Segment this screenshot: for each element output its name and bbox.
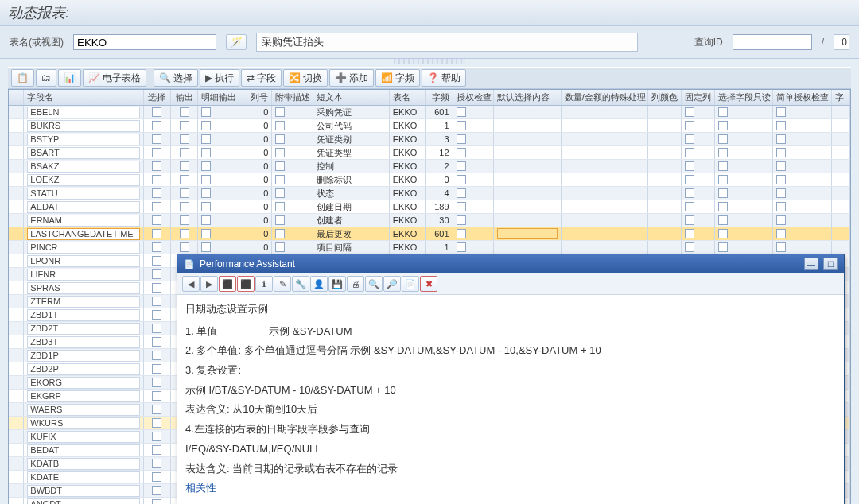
toolbar-选择[interactable]: 🔍选择 <box>154 69 198 87</box>
col-header[interactable]: 输出 <box>171 90 198 105</box>
select-checkbox[interactable] <box>152 269 161 279</box>
detail-checkbox[interactable] <box>201 188 211 198</box>
select-checkbox[interactable] <box>152 148 161 157</box>
output-checkbox[interactable] <box>180 148 189 157</box>
maximize-button[interactable]: ☐ <box>823 258 838 270</box>
detail-checkbox[interactable] <box>201 134 211 144</box>
simple-auth-checkbox[interactable] <box>776 134 786 144</box>
output-checkbox[interactable] <box>180 161 189 171</box>
output-checkbox[interactable] <box>180 107 189 117</box>
pa-titlebar[interactable]: 📄 Performance Assistant — ☐ <box>177 254 844 273</box>
simple-auth-checkbox[interactable] <box>776 121 786 130</box>
auth-checkbox[interactable] <box>457 242 466 252</box>
pa-save-button[interactable]: 💾 <box>328 276 346 292</box>
simple-auth-checkbox[interactable] <box>776 148 786 157</box>
auth-checkbox[interactable] <box>457 121 466 130</box>
toolbar-btn[interactable]: 📊 <box>58 69 81 87</box>
col-header[interactable]: 列号 <box>239 90 273 105</box>
pa-fwd-button[interactable]: ▶ <box>200 276 218 292</box>
field-name[interactable]: LOEKZ <box>27 174 140 186</box>
wand-button[interactable]: 🪄 <box>226 34 247 50</box>
attach-checkbox[interactable] <box>275 107 285 117</box>
fixed-checkbox[interactable] <box>685 229 694 238</box>
col-header[interactable]: 字 <box>832 90 850 105</box>
col-header[interactable]: 列颜色 <box>648 90 682 105</box>
field-name[interactable]: BWBDT <box>27 485 140 497</box>
select-checkbox[interactable] <box>152 432 161 441</box>
table-row[interactable]: ERNAM0创建者EKKO30 <box>9 214 850 227</box>
detail-checkbox[interactable] <box>201 107 211 117</box>
field-name[interactable]: WKURS <box>27 417 140 429</box>
auth-checkbox[interactable] <box>457 175 466 184</box>
select-checkbox[interactable] <box>152 459 161 468</box>
pa-i-button[interactable]: ℹ <box>255 276 273 292</box>
pa-obj2-button[interactable]: ⬛ <box>237 276 255 292</box>
simple-auth-checkbox[interactable] <box>776 242 786 252</box>
table-row[interactable]: PINCR0项目间隔EKKO1 <box>9 241 850 254</box>
minimize-button[interactable]: — <box>804 258 818 270</box>
pa-print-button[interactable]: 🖨 <box>347 276 364 292</box>
select-checkbox[interactable] <box>152 351 161 360</box>
select-checkbox[interactable] <box>152 324 161 333</box>
readonly-checkbox[interactable] <box>718 175 728 184</box>
detail-checkbox[interactable] <box>201 175 211 184</box>
table-row[interactable]: BSTYP0凭证类别EKKO3 <box>9 133 850 146</box>
select-checkbox[interactable] <box>152 445 161 455</box>
fixed-checkbox[interactable] <box>685 107 694 117</box>
col-header[interactable] <box>9 90 24 105</box>
readonly-checkbox[interactable] <box>718 215 728 225</box>
pa-next-button[interactable]: 🔎 <box>383 276 401 292</box>
readonly-checkbox[interactable] <box>718 229 728 238</box>
output-checkbox[interactable] <box>180 242 189 252</box>
detail-checkbox[interactable] <box>201 202 211 211</box>
readonly-checkbox[interactable] <box>718 121 728 130</box>
col-header[interactable]: 固定列 <box>682 90 715 105</box>
field-name[interactable]: KDATE <box>27 471 140 483</box>
readonly-checkbox[interactable] <box>718 148 728 157</box>
field-name[interactable]: SPRAS <box>27 282 140 294</box>
field-name[interactable]: BUKRS <box>27 120 140 132</box>
col-header[interactable]: 选择 <box>144 90 171 105</box>
field-name[interactable]: LASTCHANGEDATETIME <box>27 228 140 240</box>
select-checkbox[interactable] <box>152 486 161 495</box>
simple-auth-checkbox[interactable] <box>776 229 786 238</box>
output-checkbox[interactable] <box>180 175 189 184</box>
select-checkbox[interactable] <box>152 229 161 238</box>
toolbar-电子表格[interactable]: 📈电子表格 <box>83 69 146 87</box>
output-checkbox[interactable] <box>180 134 189 144</box>
field-name[interactable]: BSAKZ <box>27 161 140 173</box>
auth-checkbox[interactable] <box>457 148 466 157</box>
field-name[interactable]: ERNAM <box>27 215 140 227</box>
attach-checkbox[interactable] <box>275 161 285 171</box>
select-checkbox[interactable] <box>152 202 161 211</box>
field-name[interactable]: PINCR <box>27 242 140 254</box>
select-checkbox[interactable] <box>152 188 161 198</box>
table-row[interactable]: EBELN0采购凭证EKKO601 <box>9 106 850 119</box>
select-checkbox[interactable] <box>152 405 161 414</box>
auth-checkbox[interactable] <box>457 229 466 238</box>
col-header[interactable]: 明细输出 <box>198 90 239 105</box>
fixed-checkbox[interactable] <box>685 202 694 211</box>
toolbar-添加[interactable]: ➕添加 <box>329 69 374 87</box>
detail-checkbox[interactable] <box>201 148 211 157</box>
pa-new-button[interactable]: 📄 <box>402 276 419 292</box>
select-checkbox[interactable] <box>152 391 161 401</box>
pa-related-link[interactable]: 相关性 <box>185 479 836 498</box>
readonly-checkbox[interactable] <box>718 242 728 252</box>
select-checkbox[interactable] <box>152 161 161 171</box>
pa-search-button[interactable]: 🔍 <box>365 276 383 292</box>
fixed-checkbox[interactable] <box>685 148 694 157</box>
select-checkbox[interactable] <box>152 175 161 184</box>
table-row[interactable]: STATU0状态EKKO4 <box>9 187 850 200</box>
field-name[interactable]: LIFNR <box>27 269 140 281</box>
detail-checkbox[interactable] <box>201 121 211 130</box>
toolbar-字频[interactable]: 📶字频 <box>375 69 420 87</box>
pa-tool1-button[interactable]: 🔧 <box>292 276 309 292</box>
field-name[interactable]: ZBD1T <box>27 309 140 321</box>
field-name[interactable]: ZBD3T <box>27 336 140 348</box>
col-header[interactable]: 字频 <box>426 90 453 105</box>
output-checkbox[interactable] <box>180 188 189 198</box>
auth-checkbox[interactable] <box>457 188 466 198</box>
attach-checkbox[interactable] <box>275 215 285 225</box>
fixed-checkbox[interactable] <box>685 188 694 198</box>
